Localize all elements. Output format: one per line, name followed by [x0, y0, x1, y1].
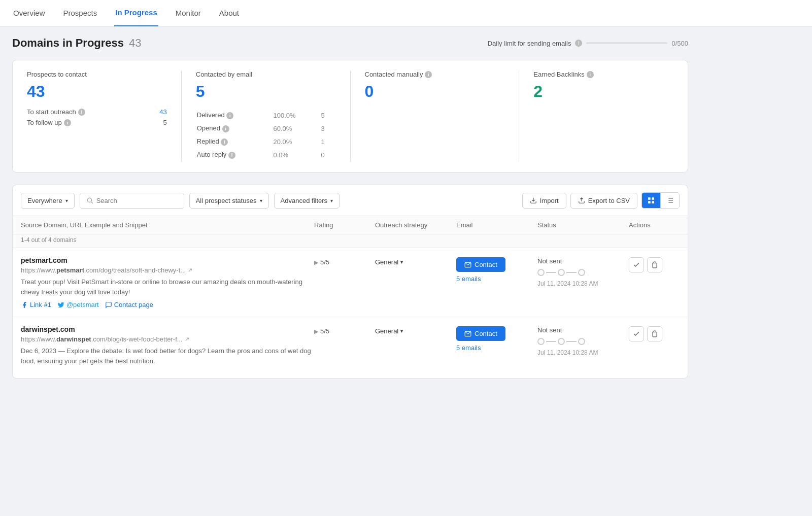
twitter-link[interactable]: @petsmart [57, 301, 99, 308]
external-link-icon[interactable]: ↗ [188, 267, 192, 273]
strategy-cell: General ▾ [375, 256, 456, 266]
status-date: Jul 11, 2024 10:28 AM [537, 280, 629, 287]
stat-backlinks-label: Earned Backlinks i [533, 71, 673, 78]
email-cell: Contact 5 emails [456, 325, 537, 352]
search-icon [86, 197, 93, 204]
svg-point-0 [87, 198, 91, 202]
advanced-filters[interactable]: Advanced filters ▾ [274, 193, 340, 209]
progress-dot-2 [558, 338, 565, 345]
col-rating: Rating [314, 221, 375, 229]
stat-manual-value: 0 [365, 82, 505, 101]
domain-snippet: Dec 6, 2023 — Explore the debate: Is wet… [21, 346, 314, 366]
daily-limit-info-icon[interactable]: i [575, 40, 582, 47]
strategy-dropdown[interactable]: General ▾ [375, 327, 403, 335]
location-filter[interactable]: Everywhere ▾ [21, 193, 75, 209]
domains-table: Source Domain, URL Example and Snippet R… [12, 216, 688, 379]
facebook-icon [21, 301, 28, 308]
import-button[interactable]: Import [522, 193, 566, 209]
approve-button[interactable] [629, 257, 644, 272]
backlinks-info-icon[interactable]: i [587, 71, 594, 78]
filter-bar: Everywhere ▾ All prospect statuses ▾ Adv… [12, 185, 688, 216]
stats-card: Prospects to contact 43 To start outreac… [12, 60, 688, 173]
actions-cell [629, 325, 680, 341]
filter-bar-right: Import Export to CSV [522, 192, 680, 209]
email-icon [464, 330, 471, 337]
stat-email: Contacted by email 5 Delivered i 100.0% … [182, 71, 351, 162]
top-navigation: Overview Prospects In Progress Monitor A… [0, 0, 812, 26]
nav-monitor[interactable]: Monitor [175, 0, 202, 26]
view-toggle [641, 192, 680, 209]
col-actions: Actions [629, 221, 680, 229]
domain-name: petsmart.com [21, 256, 314, 264]
list-view-button[interactable] [661, 193, 679, 208]
email-stat-delivered: Delivered i 100.0% 5 [197, 109, 335, 121]
strategy-dropdown[interactable]: General ▾ [375, 258, 403, 266]
nav-prospects[interactable]: Prospects [62, 0, 98, 26]
opened-info-icon[interactable]: i [222, 125, 229, 132]
rating-value: 5/5 [320, 327, 329, 335]
manual-info-icon[interactable]: i [425, 71, 432, 78]
nav-overview[interactable]: Overview [12, 0, 46, 26]
svg-rect-4 [648, 201, 651, 203]
page-header: Domains in Progress 43 Daily limit for s… [12, 37, 688, 50]
rating-cell: ▶ 5/5 [314, 256, 375, 266]
status-progress [537, 338, 629, 345]
status-label: Not sent [537, 257, 629, 265]
domain-snippet: Treat your pup! Visit PetSmart in-store … [21, 277, 314, 297]
replied-info-icon[interactable]: i [221, 139, 228, 146]
delete-button[interactable] [647, 326, 662, 341]
import-icon [530, 197, 537, 204]
progress-dot-2 [558, 269, 565, 276]
nav-about[interactable]: About [218, 0, 240, 26]
start-outreach-info-icon[interactable]: i [78, 109, 85, 116]
domain-cell-petsmart: petsmart.com https://www.petsmart.com/do… [21, 256, 314, 308]
svg-rect-2 [648, 197, 651, 200]
daily-limit-label: Daily limit for sending emails [488, 40, 571, 47]
facebook-link[interactable]: Link #1 [21, 301, 51, 308]
stat-row-start-outreach: To start outreach i 43 [27, 108, 167, 116]
grid-view-button[interactable] [642, 193, 661, 208]
nav-in-progress[interactable]: In Progress [114, 0, 158, 26]
auto-reply-info-icon[interactable]: i [228, 152, 235, 159]
search-input[interactable] [96, 197, 178, 204]
follow-up-info-icon[interactable]: i [64, 119, 71, 126]
delivered-info-icon[interactable]: i [226, 112, 233, 119]
strategy-cell: General ▾ [375, 325, 456, 335]
external-link-icon[interactable]: ↗ [185, 336, 189, 342]
contact-button[interactable]: Contact [456, 326, 505, 341]
stat-email-label: Contacted by email [196, 71, 336, 78]
contact-button[interactable]: Contact [456, 257, 505, 272]
progress-line-1 [546, 272, 556, 273]
search-box [80, 193, 184, 209]
progress-dot-3 [578, 338, 585, 345]
rating-value: 5/5 [320, 258, 329, 266]
checkmark-icon [633, 330, 640, 337]
approve-button[interactable] [629, 326, 644, 341]
table-row: darwinspet.com https://www.darwinspet.co… [13, 317, 688, 378]
export-icon [578, 197, 585, 204]
rating-expand-icon[interactable]: ▶ [314, 259, 318, 266]
col-email: Email [456, 221, 537, 229]
delete-button[interactable] [647, 257, 662, 272]
twitter-icon [57, 301, 64, 308]
progress-line-1 [546, 341, 556, 342]
domain-cell-darwinspet: darwinspet.com https://www.darwinspet.co… [21, 325, 314, 370]
progress-line-2 [566, 341, 577, 342]
contact-page-link[interactable]: Contact page [105, 301, 153, 308]
stat-email-value: 5 [196, 82, 336, 101]
stat-row-follow-up: To follow up i 5 [27, 119, 167, 126]
stat-backlinks: Earned Backlinks i 2 [519, 71, 688, 162]
stat-manual-label: Contacted manually i [365, 71, 505, 78]
advanced-chevron-icon: ▾ [330, 198, 333, 203]
email-stats-table: Delivered i 100.0% 5 Opened i 60.0% 3 Re… [196, 108, 336, 162]
status-filter[interactable]: All prospect statuses ▾ [189, 193, 269, 209]
email-icon [464, 261, 471, 268]
domain-url: https://www.darwinspet.com/blog/is-wet-f… [21, 335, 314, 343]
export-button[interactable]: Export to CSV [570, 193, 637, 209]
rating-expand-icon[interactable]: ▶ [314, 328, 318, 335]
col-status: Status [537, 221, 629, 229]
svg-line-1 [91, 202, 93, 203]
strategy-chevron-icon: ▾ [400, 328, 403, 334]
progress-dot-1 [537, 338, 545, 345]
trash-icon [651, 261, 658, 268]
